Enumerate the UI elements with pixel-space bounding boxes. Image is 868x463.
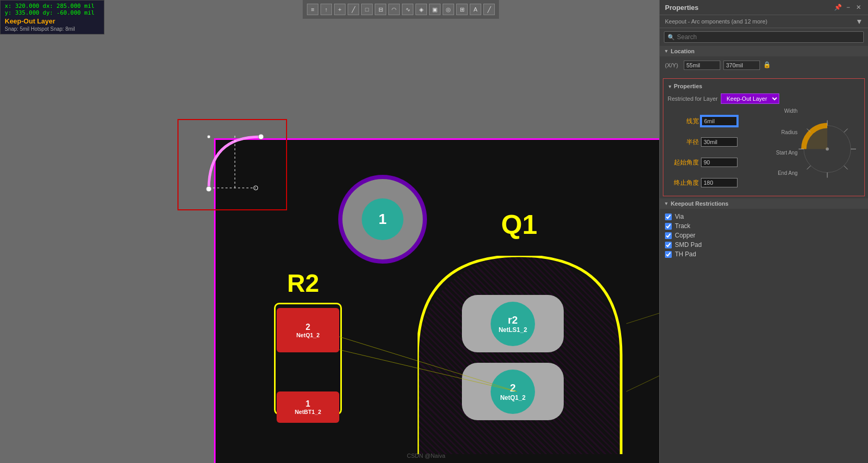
toolbar-extra-btn[interactable]: ╱ bbox=[483, 4, 495, 15]
keepout-arc-svg bbox=[204, 132, 266, 194]
coord-xy: x: 320.000 dx: 285.000 mil bbox=[5, 3, 100, 9]
search-box[interactable]: 🔍 bbox=[664, 31, 864, 43]
location-section-label: Location bbox=[671, 48, 695, 54]
keepout-track-checkbox[interactable] bbox=[665, 223, 672, 230]
r2-pad2-number: 2 bbox=[306, 323, 311, 332]
coord-snap: Snap: 5mil Hotspot Snap: 8mil bbox=[5, 26, 100, 32]
q1-pad3: r2 NetLS1_2 bbox=[462, 295, 564, 352]
r2-pad2: 2 NetQ1_2 bbox=[277, 308, 339, 352]
keepout-th-pad-checkbox[interactable] bbox=[665, 251, 672, 258]
panel-close-btn[interactable]: ✕ bbox=[854, 3, 863, 11]
width-cn-label: 线宽 bbox=[668, 117, 699, 126]
toolbar-line-btn[interactable]: ╱ bbox=[348, 4, 359, 15]
keepout-item-copper: Copper bbox=[665, 232, 863, 239]
toolbar-track-btn[interactable]: ⊟ bbox=[375, 4, 386, 15]
keepout-item-track: Track bbox=[665, 222, 863, 230]
restricted-label: Restricted for Layer bbox=[668, 96, 718, 102]
toolbar-dim-btn[interactable]: ⊞ bbox=[456, 4, 468, 15]
r2-pad1: 1 NetBT1_2 bbox=[277, 391, 339, 423]
search-icon: 🔍 bbox=[668, 34, 675, 41]
keepout-copper-checkbox[interactable] bbox=[665, 232, 672, 239]
keepout-section-label: Keepout Restrictions bbox=[671, 200, 729, 207]
start-angle-prop-row: 起始角度 bbox=[668, 158, 798, 167]
panel-pin-btn[interactable]: 📌 bbox=[834, 3, 842, 11]
q1-pad2-net: NetQ1_2 bbox=[500, 394, 526, 401]
toolbar-filter-btn[interactable]: ≡ bbox=[307, 4, 318, 15]
end-angle-en-label: End Ang bbox=[778, 170, 798, 176]
radius-label-row: Radius bbox=[668, 129, 798, 135]
q1-pad2: 2 NetQ1_2 bbox=[462, 363, 564, 420]
keepout-item-th-pad: TH Pad bbox=[665, 251, 863, 258]
panel-minimize-btn[interactable]: − bbox=[844, 3, 852, 11]
start-angle-en-label: Start Ang bbox=[776, 150, 798, 156]
location-row: (X/Y) 🔒 bbox=[665, 61, 863, 70]
dy-value: -60.000 mil bbox=[56, 9, 94, 16]
circle-number: 1 bbox=[378, 211, 387, 228]
q1-pad2-number: 2 bbox=[510, 382, 516, 394]
location-x-input[interactable] bbox=[684, 61, 720, 70]
keepout-section: Via Track Copper SMD Pad TH Pad bbox=[660, 209, 868, 264]
keepout-smd-pad-checkbox[interactable] bbox=[665, 242, 672, 248]
properties-panel: Properties 📌 − ✕ Keepout - Arc omponents… bbox=[659, 0, 868, 463]
panel-header: Properties 📌 − ✕ bbox=[660, 0, 868, 15]
keepout-th-pad-label: TH Pad bbox=[675, 251, 696, 258]
dx-value: 285.000 mil bbox=[56, 3, 94, 9]
arc-diagram bbox=[799, 113, 856, 187]
q1-pad3-inner: r2 NetLS1_2 bbox=[491, 302, 535, 346]
end-angle-label-row: End Ang bbox=[668, 170, 798, 176]
layer-select[interactable]: Keep-Out Layer bbox=[721, 93, 779, 104]
radius-input[interactable] bbox=[701, 137, 738, 147]
toolbar-zone-btn[interactable]: ▣ bbox=[429, 4, 441, 15]
y-value: 335.000 bbox=[15, 9, 39, 16]
coord-layer: Keep-Out Layer bbox=[5, 17, 100, 25]
restricted-for-layer-row: Restricted for Layer Keep-Out Layer bbox=[668, 93, 860, 104]
panel-header-icons: 📌 − ✕ bbox=[834, 3, 863, 11]
keepout-via-label: Via bbox=[675, 213, 684, 220]
location-y-input[interactable] bbox=[723, 61, 760, 70]
toolbar-pin-btn[interactable]: ↑ bbox=[320, 4, 332, 15]
radius-en-label: Radius bbox=[781, 129, 798, 135]
q1-pad3-net: NetLS1_2 bbox=[498, 326, 527, 334]
svg-point-0 bbox=[206, 186, 211, 192]
toolbar-rect-btn[interactable]: □ bbox=[361, 4, 373, 15]
location-section-header[interactable]: ▼ Location bbox=[660, 46, 868, 56]
r2-pad1-net: NetBT1_2 bbox=[295, 409, 322, 415]
watermark: CSDN @Naiva bbox=[407, 453, 445, 459]
component-circle: 1 bbox=[338, 175, 427, 264]
start-angle-cn-label: 起始角度 bbox=[668, 158, 699, 167]
panel-subtitle-text: Keepout - Arc omponents (and 12 more) bbox=[665, 18, 767, 25]
start-angle-input[interactable] bbox=[701, 158, 738, 167]
keepout-item-smd-pad: SMD Pad bbox=[665, 241, 863, 248]
radius-cn-label: 半径 bbox=[668, 138, 699, 147]
location-xy-label: (X/Y) bbox=[665, 62, 681, 68]
x-value: 320.000 bbox=[15, 3, 39, 9]
toolbar-arc-btn[interactable]: ◠ bbox=[388, 4, 400, 15]
q1-label: Q1 bbox=[501, 209, 537, 240]
end-angle-prop-row: 终止角度 bbox=[668, 178, 798, 187]
props-inner: Width 线宽 Radius 半径 Start Ang bbox=[668, 108, 860, 192]
canvas-area[interactable]: 2 NetQ1_2 1 NetBT1_2 R2 1 r2 NetLS1_2 2 … bbox=[0, 0, 659, 463]
toolbar-via-btn[interactable]: ◎ bbox=[443, 4, 454, 15]
toolbar-marker-btn[interactable]: ◈ bbox=[415, 4, 427, 15]
width-en-label: Width bbox=[784, 108, 798, 114]
panel-subtitle: Keepout - Arc omponents (and 12 more) ▼ bbox=[660, 15, 868, 28]
end-angle-input[interactable] bbox=[701, 178, 738, 187]
location-lock-btn[interactable]: 🔒 bbox=[763, 61, 771, 69]
r2-pad2-net: NetQ1_2 bbox=[296, 332, 320, 338]
keepout-section-header[interactable]: ▼ Keepout Restrictions bbox=[660, 198, 868, 209]
width-prop-row: 线宽 bbox=[668, 116, 798, 126]
location-triangle: ▼ bbox=[664, 49, 669, 54]
panel-filter-icon[interactable]: ▼ bbox=[855, 17, 863, 26]
toolbar-text-btn[interactable]: A bbox=[470, 4, 481, 15]
end-angle-cn-label: 终止角度 bbox=[668, 179, 699, 187]
search-input[interactable] bbox=[677, 33, 860, 41]
keepout-via-checkbox[interactable] bbox=[665, 213, 672, 220]
dy-label: dy: bbox=[43, 9, 57, 16]
width-input[interactable] bbox=[701, 116, 738, 126]
width-row: Width bbox=[668, 108, 798, 114]
toolbar-cross-btn[interactable]: + bbox=[334, 4, 346, 15]
toolbar-wave-btn[interactable]: ∿ bbox=[402, 4, 413, 15]
radius-prop-row: 半径 bbox=[668, 137, 798, 147]
svg-line-18 bbox=[807, 166, 811, 170]
svg-point-1 bbox=[258, 134, 264, 139]
